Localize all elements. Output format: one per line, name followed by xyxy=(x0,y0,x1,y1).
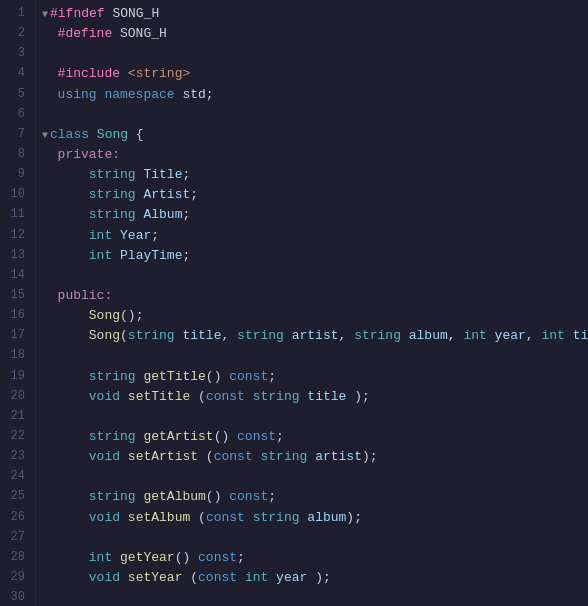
line-num-12: 12 xyxy=(8,226,25,246)
code-line-18 xyxy=(42,346,588,366)
code-line-29: void setYear (const int year ); xyxy=(42,568,588,588)
code-content[interactable]: ▼#ifndef SONG_H #define SONG_H #include … xyxy=(36,0,588,606)
line-num-21: 21 xyxy=(8,407,25,427)
line-num-6: 6 xyxy=(8,105,25,125)
code-line-30 xyxy=(42,588,588,606)
code-line-22: string getArtist() const; xyxy=(42,427,588,447)
code-line-13: int PlayTime; xyxy=(42,246,588,266)
line-num-11: 11 xyxy=(8,205,25,225)
code-line-28: int getYear() const; xyxy=(42,548,588,568)
line-num-9: 9 xyxy=(8,165,25,185)
line-numbers: 1 2 3 4 5 6 7 8 9 10 11 12 13 14 15 16 1… xyxy=(0,0,36,606)
code-line-11: string Album; xyxy=(42,205,588,225)
code-line-2: #define SONG_H xyxy=(42,24,588,44)
code-line-5: using namespace std; xyxy=(42,85,588,105)
code-line-12: int Year; xyxy=(42,226,588,246)
line-num-3: 3 xyxy=(8,44,25,64)
line-num-29: 29 xyxy=(8,568,25,588)
code-line-26: void setAlbum (const string album); xyxy=(42,508,588,528)
code-line-23: void setArtist (const string artist); xyxy=(42,447,588,467)
code-line-27 xyxy=(42,528,588,548)
code-line-15: public: xyxy=(42,286,588,306)
code-line-14 xyxy=(42,266,588,286)
line-num-20: 20 xyxy=(8,387,25,407)
line-num-10: 10 xyxy=(8,185,25,205)
code-line-4: #include <string> xyxy=(42,64,588,84)
line-num-2: 2 xyxy=(8,24,25,44)
line-num-19: 19 xyxy=(8,367,25,387)
line-num-25: 25 xyxy=(8,487,25,507)
code-line-17: Song(string title, string artist, string… xyxy=(42,326,588,346)
code-line-19: string getTitle() const; xyxy=(42,367,588,387)
line-num-27: 27 xyxy=(8,528,25,548)
line-num-8: 8 xyxy=(8,145,25,165)
code-editor: 1 2 3 4 5 6 7 8 9 10 11 12 13 14 15 16 1… xyxy=(0,0,588,606)
line-num-23: 23 xyxy=(8,447,25,467)
line-num-15: 15 xyxy=(8,286,25,306)
code-line-3 xyxy=(42,44,588,64)
code-line-7: ▼class Song { xyxy=(42,125,588,145)
code-line-8: private: xyxy=(42,145,588,165)
code-line-6 xyxy=(42,105,588,125)
line-num-22: 22 xyxy=(8,427,25,447)
line-num-24: 24 xyxy=(8,467,25,487)
line-num-18: 18 xyxy=(8,346,25,366)
code-line-10: string Artist; xyxy=(42,185,588,205)
code-line-20: void setTitle (const string title ); xyxy=(42,387,588,407)
code-line-1: ▼#ifndef SONG_H xyxy=(42,4,588,24)
code-line-16: Song(); xyxy=(42,306,588,326)
line-num-17: 17 xyxy=(8,326,25,346)
line-num-14: 14 xyxy=(8,266,25,286)
line-num-5: 5 xyxy=(8,85,25,105)
line-num-4: 4 xyxy=(8,64,25,84)
code-line-21 xyxy=(42,407,588,427)
code-line-25: string getAlbum() const; xyxy=(42,487,588,507)
line-num-28: 28 xyxy=(8,548,25,568)
code-line-9: string Title; xyxy=(42,165,588,185)
line-num-30: 30 xyxy=(8,588,25,606)
line-num-7: 7 xyxy=(8,125,25,145)
line-num-16: 16 xyxy=(8,306,25,326)
line-num-1: 1 xyxy=(8,4,25,24)
line-num-13: 13 xyxy=(8,246,25,266)
line-num-26: 26 xyxy=(8,508,25,528)
code-line-24 xyxy=(42,467,588,487)
